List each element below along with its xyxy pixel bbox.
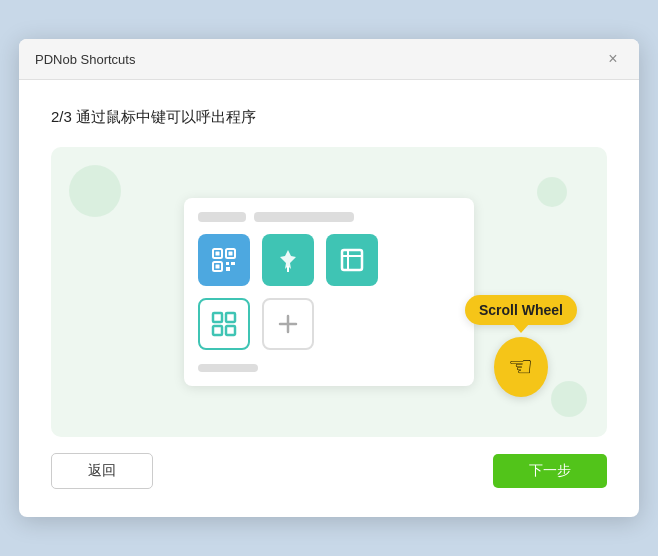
- mock-footer-bar: [198, 364, 258, 372]
- mock-icons-grid: [198, 234, 460, 350]
- svg-rect-16: [226, 326, 235, 335]
- svg-rect-6: [226, 262, 229, 265]
- close-button[interactable]: ×: [603, 49, 623, 69]
- svg-rect-14: [226, 313, 235, 322]
- mock-title-long: [254, 212, 354, 222]
- scroll-indicator: Scroll Wheel ☜: [465, 295, 577, 397]
- svg-rect-7: [231, 262, 235, 265]
- capture-icon-block: [198, 298, 250, 350]
- svg-rect-5: [216, 265, 220, 269]
- illustration-area: Scroll Wheel ☜: [51, 147, 607, 437]
- add-icon-block: [262, 298, 314, 350]
- screenshot-icon-block: [326, 234, 378, 286]
- mock-app-window: [184, 198, 474, 386]
- deco-circle-topleft: [69, 165, 121, 217]
- qr-icon-block: [198, 234, 250, 286]
- svg-rect-4: [229, 252, 233, 256]
- content-area: 2/3 通过鼠标中键可以呼出程序: [19, 80, 639, 517]
- next-button[interactable]: 下一步: [493, 454, 607, 488]
- svg-rect-13: [213, 313, 222, 322]
- svg-rect-15: [213, 326, 222, 335]
- svg-rect-3: [216, 252, 220, 256]
- window-title: PDNob Shortcuts: [35, 52, 135, 67]
- svg-rect-8: [226, 267, 230, 271]
- pin-icon-block: [262, 234, 314, 286]
- hand-symbol: ☜: [508, 353, 533, 381]
- hand-cursor-icon: ☜: [494, 337, 548, 397]
- main-window: PDNob Shortcuts × 2/3 通过鼠标中键可以呼出程序: [19, 39, 639, 517]
- back-button[interactable]: 返回: [51, 453, 153, 489]
- step-title: 2/3 通过鼠标中键可以呼出程序: [51, 108, 607, 127]
- scroll-tooltip: Scroll Wheel: [465, 295, 577, 325]
- title-bar: PDNob Shortcuts ×: [19, 39, 639, 80]
- mock-titlebar: [198, 212, 460, 222]
- deco-circle-topright: [537, 177, 567, 207]
- mock-title-short: [198, 212, 246, 222]
- svg-rect-10: [342, 250, 362, 270]
- footer-buttons: 返回 下一步: [51, 437, 607, 493]
